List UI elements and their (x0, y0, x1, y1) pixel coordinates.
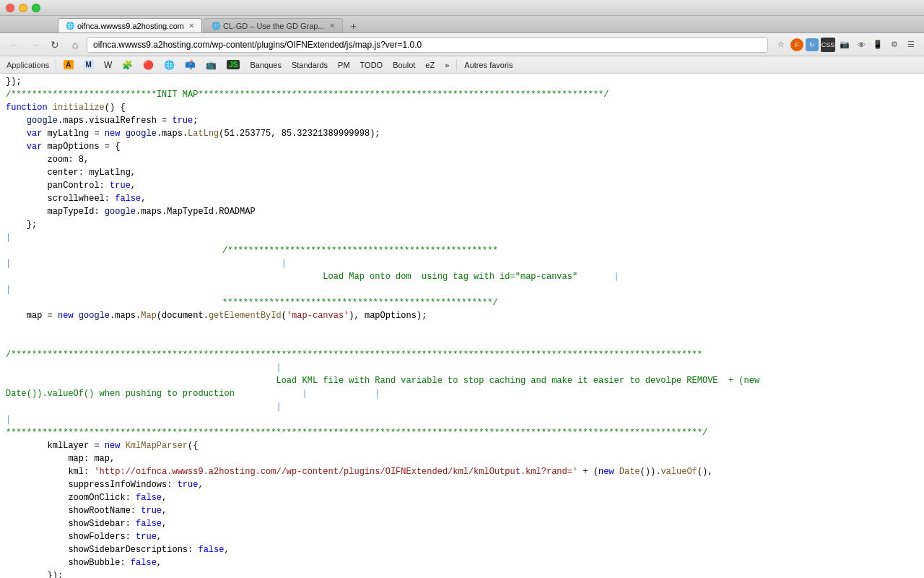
bookmark-pm[interactable]: PM (334, 59, 354, 71)
bookmark-item-7[interactable]: 📫 (180, 59, 200, 72)
nav-icons: ☆ F ↻ CSS 📷 👁 📱 ⚙ ☰ (774, 38, 918, 52)
nav-bar: ← → ↻ ⌂ ☆ F ↻ CSS 📷 👁 📱 ⚙ ☰ (0, 33, 924, 56)
refresh-button[interactable]: ↻ (46, 36, 64, 53)
close-button[interactable] (6, 4, 14, 12)
applications-label: Applications (6, 61, 49, 69)
minimize-button[interactable] (19, 4, 27, 12)
tab-close-icon-2[interactable]: ✕ (329, 22, 335, 30)
code-view[interactable]: }); /****************************INIT MA… (0, 74, 924, 578)
bookmark-separator-2 (456, 59, 457, 71)
bookmark-banques[interactable]: Banques (245, 59, 285, 71)
bookmark-star-icon[interactable]: ☆ (774, 38, 788, 52)
maximize-button[interactable] (32, 4, 40, 12)
tab-label: oifnca.wwwss9.a2hosting.com (77, 22, 184, 30)
bookmarks-bar: Applications A M W 🧩 🔴 🌐 📫 📺 JS Banques … (0, 56, 924, 74)
firefox-icon: F (790, 38, 803, 51)
css-badge[interactable]: CSS (821, 38, 835, 52)
bookmark-item-4[interactable]: 🧩 (118, 59, 137, 72)
bookmark-autres-favoris[interactable]: Autres favoris (460, 59, 517, 71)
tab-bar: 🌐 oifnca.wwwss9.a2hosting.com ✕ 🌐 CL-GD … (0, 16, 924, 33)
bookmark-item-6[interactable]: 🌐 (160, 59, 179, 72)
screenshot-icon[interactable]: 📷 (837, 38, 852, 52)
code-content: }); /****************************INIT MA… (0, 75, 924, 578)
bookmark-separator-1 (56, 59, 56, 71)
back-button[interactable]: ← (6, 36, 23, 53)
sync-icon[interactable]: ↻ (806, 38, 819, 51)
new-tab-button[interactable]: + (347, 20, 360, 33)
menu-icon[interactable]: ☰ (904, 38, 918, 52)
readonly-icon[interactable]: 👁 (854, 38, 868, 52)
mobile-icon[interactable]: 📱 (871, 38, 885, 52)
tab-inactive[interactable]: 🌐 CL-GD – Use the GD Grap... ✕ (204, 18, 343, 33)
title-bar (0, 0, 924, 16)
bookmark-item-5[interactable]: 🔴 (139, 59, 158, 72)
bookmark-item-2[interactable]: M (79, 59, 98, 71)
settings-icon[interactable]: ⚙ (887, 38, 902, 52)
bookmark-item-9[interactable]: JS (222, 59, 244, 71)
tab-label-2: CL-GD – Use the GD Grap... (223, 22, 325, 30)
bookmark-ez[interactable]: eZ (421, 59, 439, 71)
tab-active[interactable]: 🌐 oifnca.wwwss9.a2hosting.com ✕ (58, 18, 202, 33)
tab-close-icon[interactable]: ✕ (188, 22, 194, 30)
bookmark-todo[interactable]: TODO (356, 59, 388, 71)
applications-menu[interactable]: Applications (3, 59, 53, 71)
forward-button[interactable]: → (26, 36, 43, 53)
tab-favicon: 🌐 (66, 22, 74, 30)
bookmark-boulot[interactable]: Boulot (388, 59, 419, 71)
home-button[interactable]: ⌂ (66, 36, 84, 53)
bookmark-item-1[interactable]: A (59, 59, 77, 71)
tab-favicon-2: 🌐 (212, 22, 220, 30)
address-bar[interactable] (87, 37, 768, 53)
window-controls[interactable] (6, 4, 40, 12)
bookmark-item-8[interactable]: 📺 (201, 59, 221, 72)
bookmark-more[interactable]: » (440, 59, 453, 71)
bookmark-standards[interactable]: Standards (287, 59, 332, 71)
bookmark-item-3[interactable]: W (100, 59, 116, 72)
